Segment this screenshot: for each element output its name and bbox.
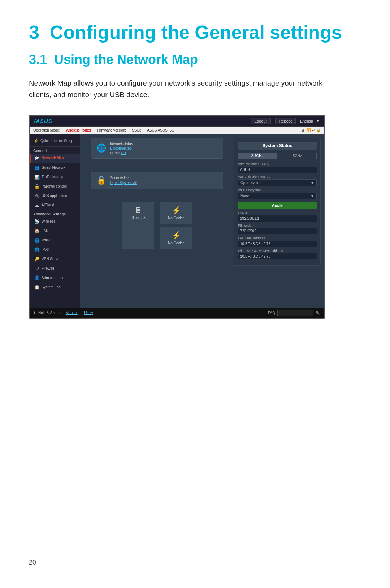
sidebar-quick-setup[interactable]: ⚡ Quick Internet Setup [30, 136, 80, 147]
internet-node-info: Internet status: Disconnected DDNS: GO [110, 142, 134, 155]
icon-3: ↩ [312, 128, 315, 132]
sidebar-item-usb-application[interactable]: 🔌 USB application [30, 191, 80, 201]
faq-search-input[interactable] [277, 310, 313, 316]
usb-devices-column: ⚡ No Device ⚡ No Device [160, 202, 192, 249]
sidebar-item-traffic-manager[interactable]: 📊 Traffic Manager [30, 172, 80, 182]
manual-link[interactable]: Manual [66, 311, 78, 315]
router-ui-screenshot: /ASUS Logout Reboot English ▼ Operation … [29, 115, 325, 319]
parental-label: Parental control [42, 184, 67, 188]
system-status-tabs: 2.4GHz 5GHz [238, 153, 317, 159]
icon-4: 🔒 [316, 128, 321, 132]
advanced-settings-header: Advanced Settings [30, 210, 80, 217]
router-body: ⚡ Quick Internet Setup General 🗺 Network… [30, 134, 324, 308]
reboot-button[interactable]: Reboot [275, 118, 296, 124]
lan-label: LAN [42, 229, 48, 233]
guest-network-label: Guest Network [42, 166, 65, 169]
lan-mac-field: LAN MAC address 10:BF:48:D8:49:78 [238, 236, 317, 247]
auth-method-field: Authentication Method Open System ▼ [238, 175, 317, 186]
sidebar-item-aicloud[interactable]: ☁ AiCloud [30, 201, 80, 210]
admin-icon: 👤 [34, 275, 39, 280]
page-divider [29, 555, 361, 555]
help-icon: ℹ [34, 311, 35, 315]
quick-setup-label: Quick Internet Setup [40, 139, 73, 143]
sidebar-item-ipv6[interactable]: 🌐 IPv6 [30, 245, 80, 254]
wep-dropdown-icon[interactable]: ▼ [311, 194, 314, 198]
usb-device-2-label: No Device [168, 241, 185, 245]
internet-status-value[interactable]: Disconnected [110, 146, 134, 150]
syslog-icon: 📋 [34, 285, 39, 290]
aicloud-icon: ☁ [34, 203, 39, 208]
ssid-value: ASUS ASUS_5G [147, 128, 174, 132]
tab-5ghz[interactable]: 5GHz [278, 153, 317, 159]
ddns-value[interactable]: GO [121, 151, 126, 155]
sidebar-item-wan[interactable]: 🌐 WAN [30, 236, 80, 245]
usb-device-1-icon: ⚡ [172, 206, 181, 215]
sidebar-item-system-log[interactable]: 📋 System Log [30, 283, 80, 292]
auth-method-input[interactable]: Open System ▼ [238, 179, 317, 186]
logout-button[interactable]: Logout [251, 118, 271, 124]
ssid-field: Wireless name(SSID) ASUS [238, 162, 317, 173]
tab-2-4ghz[interactable]: 2.4GHz [238, 153, 277, 159]
auth-dropdown-icon[interactable]: ▼ [311, 181, 314, 185]
description-text: Network Map allows you to configure your… [29, 77, 339, 100]
lan-ip-label: LAN IP [238, 211, 317, 215]
sidebar-item-administration[interactable]: 👤 Administration [30, 273, 80, 283]
ssid-field-value: ASUS [238, 167, 317, 173]
section-title-text: Using the Network Map [54, 52, 198, 67]
wireless-label: Wireless [42, 219, 55, 223]
security-node: 🔒 Security level: Open System 🔗 [91, 172, 223, 189]
connector-line-2 [157, 192, 157, 199]
traffic-icon: 📊 [34, 175, 39, 180]
security-level-value[interactable]: Open System 🔗 [110, 181, 137, 185]
sidebar-item-lan[interactable]: 🏠 LAN [30, 226, 80, 236]
faq-label: FAQ [268, 311, 275, 315]
sidebar-item-parental-control[interactable]: 🔒 Parental control [30, 182, 80, 191]
usb-device-1-label: No Device [168, 216, 185, 220]
firewall-label: Firewall [42, 266, 54, 270]
wep-input[interactable]: None ▼ [238, 193, 317, 199]
wan-label: WAN [42, 238, 50, 242]
network-map-label: Network Map [42, 156, 64, 160]
search-icon[interactable]: 🔍 [316, 311, 320, 315]
usb-device-2-icon: ⚡ [172, 231, 181, 240]
syslog-label: System Log [42, 285, 61, 289]
clients-count-label: Clients: 3 [130, 216, 146, 220]
lan-ip-value: 192.168.1.1 [238, 215, 317, 222]
apply-button[interactable]: Apply [238, 202, 317, 209]
vpn-icon: 🔑 [34, 257, 39, 262]
opmode-value[interactable]: Wireless_router [66, 128, 91, 132]
parental-icon: 🔒 [34, 184, 39, 189]
internet-node: 🌐 Internet status: Disconnected DDNS: GO [91, 138, 223, 159]
language-selector[interactable]: English [300, 119, 313, 123]
icon-1: 🖥 [301, 128, 305, 132]
wep-encryption-field: WEP Encryption None ▼ [238, 188, 317, 199]
general-group-header: General [30, 147, 80, 154]
sidebar-item-guest-network[interactable]: 👥 Guest Network [30, 163, 80, 172]
usb-device-2: ⚡ No Device [160, 227, 192, 249]
ipv6-icon: 🌐 [34, 247, 39, 252]
utility-link[interactable]: Utility [84, 311, 93, 315]
sidebar-item-vpn-server[interactable]: 🔑 VPN Server [30, 254, 80, 264]
sidebar-item-network-map[interactable]: 🗺 Network Map [30, 154, 80, 163]
sidebar-item-firewall[interactable]: 🛡 Firewall [30, 264, 80, 273]
wep-label: WEP Encryption [238, 188, 317, 192]
asus-logo: /ASUS [34, 118, 52, 124]
traffic-label: Traffic Manager [42, 175, 66, 179]
clients-icon: 🖥 [134, 206, 142, 214]
ddns-info: DDNS: GO [110, 151, 134, 155]
security-level-label: Security level: [110, 176, 137, 180]
language-dropdown-icon[interactable]: ▼ [316, 119, 320, 123]
wireless-mac-label: Wireless 2.4GHz MAC address [238, 249, 317, 253]
network-map-area: 🌐 Internet status: Disconnected DDNS: GO [84, 138, 321, 266]
ipv6-label: IPv6 [42, 248, 49, 252]
wan-icon: 🌐 [34, 238, 39, 243]
wireless-mac-value: 10:BF:48:D8:49:78 [238, 253, 317, 259]
internet-status-label: Internet status: [110, 142, 134, 146]
auth-method-label: Authentication Method [238, 175, 317, 179]
security-icon: 🔒 [96, 176, 106, 185]
router-main-content: 🌐 Internet status: Disconnected DDNS: GO [80, 134, 324, 308]
pin-code-value: 72013502 [238, 228, 317, 234]
operation-mode-bar: Operation Mode: Wireless_router Firmware… [30, 127, 324, 134]
chapter-number: 3 [29, 22, 39, 43]
sidebar-item-wireless[interactable]: 📡 Wireless [30, 217, 80, 226]
